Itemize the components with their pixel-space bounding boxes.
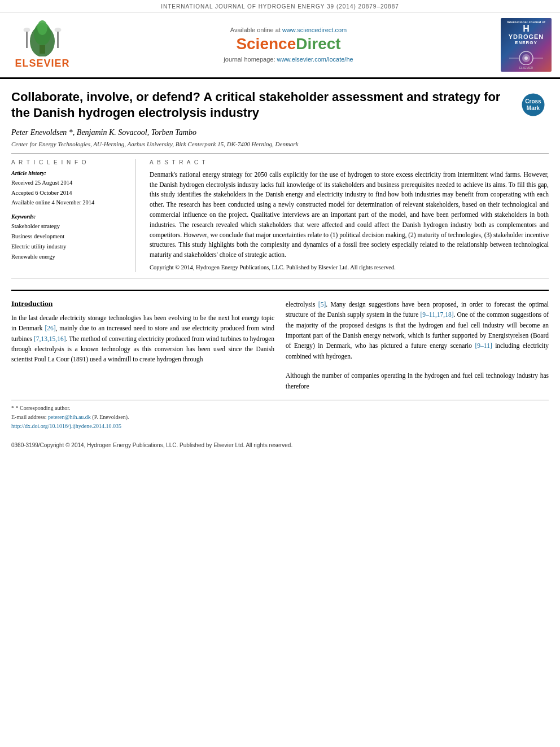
sciencedirect-url[interactable]: www.sciencedirect.com (282, 27, 347, 33)
article-info-label: A R T I C L E I N F O (11, 159, 126, 165)
elsevier-tree-icon (23, 20, 62, 56)
content-left: Introduction In the last decade electric… (11, 299, 274, 391)
article-title-section: Collaborate, involve, or defend? A criti… (0, 79, 560, 153)
abstract-text: Denmark's national energy strategy for 2… (150, 170, 549, 260)
elsevier-wordmark: ELSEVIER (15, 58, 69, 69)
article-title-text: Collaborate, involve, or defend? A criti… (11, 89, 512, 147)
although-word: Although the number of companies operati… (286, 372, 549, 389)
article-info-section: A R T I C L E I N F O Article history: R… (11, 153, 549, 278)
footnote-doi: http://dx.doi.org/10.1016/j.ijhydene.201… (11, 422, 549, 431)
introduction-heading: Introduction (11, 299, 274, 308)
article-affiliation: Center for Energy Technologies, AU-Herni… (11, 141, 512, 147)
cover-graphic-icon (509, 48, 543, 65)
journal-cover-image: International Journal of H YDROGEN ENERG… (501, 18, 552, 72)
svg-point-7 (55, 28, 62, 32)
article-history: Article history: Received 25 August 2014… (11, 170, 126, 208)
main-content: Introduction In the last decade electric… (11, 290, 549, 391)
crossmark-badge: Cross Mark (520, 89, 549, 117)
svg-point-10 (524, 56, 528, 60)
keyword-1: Stakeholder strategy (11, 221, 126, 231)
journal-homepage: journal homepage: www.elsevier.com/locat… (224, 56, 353, 63)
journal-center: Available online at www.sciencedirect.co… (82, 18, 495, 72)
email-link[interactable]: peteren@hih.au.dk (48, 414, 91, 420)
bottom-bar: 0360-3199/Copyright © 2014, Hydrogen Ene… (0, 439, 560, 451)
keyword-3: Electric utility industry (11, 242, 126, 252)
ref-7-13-15-16[interactable]: [7,13,15,16] (34, 335, 66, 342)
footnote-area: * * Corresponding author. E-mail address… (11, 400, 549, 431)
svg-rect-4 (26, 31, 28, 48)
svg-point-3 (37, 20, 47, 35)
abstract-label: A B S T R A C T (150, 159, 549, 165)
star-symbol: * (11, 405, 16, 411)
elsevier-logo: ELSEVIER (8, 18, 76, 72)
article-info-left: A R T I C L E I N F O Article history: R… (11, 159, 135, 272)
right-paragraph-2: Although the number of companies operati… (286, 370, 549, 391)
introduction-paragraph: In the last decade electricity storage t… (11, 313, 274, 365)
keywords-section: Keywords: Stakeholder strategy Business … (11, 213, 126, 261)
article-authors: Peter Enevoldsen *, Benjamin K. Sovacool… (11, 128, 512, 137)
journal-header-bar: INTERNATIONAL JOURNAL OF HYDROGEN ENERGY… (0, 0, 560, 12)
article-title: Collaborate, involve, or defend? A criti… (11, 89, 512, 121)
footnote-email: E-mail address: peteren@hih.au.dk (P. En… (11, 413, 549, 422)
accepted-date: Accepted 6 October 2014 (11, 188, 126, 198)
abstract-section: A B S T R A C T Denmark's national energ… (147, 159, 549, 272)
ref-9-11[interactable]: [9–11] (475, 342, 492, 349)
received-date: Received 25 August 2014 (11, 178, 126, 188)
crossmark-icon: Cross Mark (520, 92, 546, 117)
article-history-label: Article history: (11, 170, 126, 176)
keyword-4: Renewable energy (11, 252, 126, 262)
abstract-copyright: Copyright © 2014, Hydrogen Energy Public… (150, 263, 549, 272)
keywords-label: Keywords: (11, 213, 126, 220)
svg-text:Mark: Mark (527, 105, 540, 111)
footnote-star: * * Corresponding author. (11, 404, 549, 413)
ref-5[interactable]: [5] (318, 301, 326, 308)
available-date: Available online 4 November 2014 (11, 198, 126, 208)
journal-homepage-url[interactable]: www.elsevier.com/locate/he (277, 56, 353, 63)
journal-header: ELSEVIER Available online at www.science… (0, 12, 560, 79)
ref-26[interactable]: [26] (45, 325, 55, 331)
doi-link[interactable]: http://dx.doi.org/10.1016/j.ijhydene.201… (11, 423, 121, 429)
svg-point-5 (24, 28, 30, 32)
issn-text: 0360-3199/Copyright © 2014, Hydrogen Ene… (11, 442, 292, 448)
journal-name: INTERNATIONAL JOURNAL OF HYDROGEN ENERGY… (161, 3, 399, 10)
right-paragraph-1: electrolysis [5]. Many design suggestion… (286, 299, 549, 361)
sciencedirect-logo: ScienceDirect (236, 35, 340, 53)
svg-text:Cross: Cross (525, 98, 541, 104)
available-online-text: Available online at www.sciencedirect.co… (230, 27, 347, 33)
svg-rect-6 (57, 31, 59, 48)
content-right: electrolysis [5]. Many design suggestion… (286, 299, 549, 391)
ref-9-11-17-18[interactable]: [9–11,17,18] (421, 311, 454, 318)
keyword-2: Business development (11, 231, 126, 242)
